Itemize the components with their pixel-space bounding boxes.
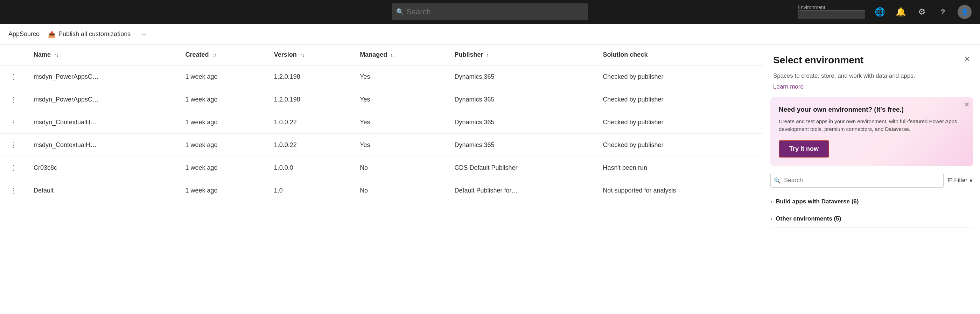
other-chevron-icon: › <box>770 216 772 222</box>
row-menu-cell: ⋮ <box>0 65 27 88</box>
row-publisher: Default Publisher for… <box>448 179 596 202</box>
bell-button[interactable]: 🔔 <box>895 6 907 18</box>
row-menu-icon[interactable]: ⋮ <box>7 185 20 196</box>
row-version: 1.2.0.198 <box>267 65 353 88</box>
top-nav-bar: 🔍 Environment 🌐 🔔 ⚙ ? 👤 <box>0 0 980 24</box>
panel-learn-more: Learn more <box>764 83 980 97</box>
panel-search-input[interactable] <box>770 173 943 188</box>
filter-icon: ⊟ <box>948 177 953 184</box>
nav-search-icon: 🔍 <box>396 8 404 16</box>
panel-subtitle: Spaces to create, store, and work with d… <box>764 72 980 83</box>
table-row: ⋮ msdyn_PowerAppsC… 1 week ago 1.2.0.198… <box>0 65 763 88</box>
publisher-sort-icon: ↑↓ <box>487 52 492 58</box>
row-solution-check: Checked by publisher <box>596 111 763 134</box>
created-sort-icon: ↓↑ <box>212 52 216 58</box>
panel-close-button[interactable]: ✕ <box>964 54 970 64</box>
globe-icon: 🌐 <box>875 7 885 17</box>
row-name: Default <box>27 179 178 202</box>
more-icon: ··· <box>141 30 147 38</box>
panel-search-row: 🔍 ⊟ Filter ∨ <box>764 173 980 193</box>
row-menu-cell: ⋮ <box>0 88 27 111</box>
row-created: 1 week ago <box>178 65 267 88</box>
row-menu-icon[interactable]: ⋮ <box>7 163 20 173</box>
row-publisher: Dynamics 365 <box>448 111 596 134</box>
row-name: msdyn_PowerAppsC… <box>27 65 178 88</box>
row-solution-check: Hasn't been run <box>596 156 763 179</box>
dataverse-group-label: Build apps with Dataverse (6) <box>776 198 859 205</box>
promo-card-close-button[interactable]: ✕ <box>964 101 969 108</box>
close-icon: ✕ <box>964 54 970 63</box>
table-body: ⋮ msdyn_PowerAppsC… 1 week ago 1.2.0.198… <box>0 65 763 202</box>
col-version-header[interactable]: Version ↑↓ <box>267 45 353 65</box>
env-group-other[interactable]: › Other environments (5) <box>770 210 973 228</box>
filter-chevron-icon: ∨ <box>969 177 973 184</box>
table-header: Name ↑↓ Created ↓↑ Version ↑↓ Managed ↑↓ <box>0 45 763 65</box>
row-created: 1 week ago <box>178 156 267 179</box>
row-managed: No <box>353 156 447 179</box>
promo-card: ✕ Need your own environment? (It's free.… <box>770 97 973 166</box>
settings-button[interactable]: ⚙ <box>916 6 928 18</box>
row-solution-check: Not supported for analysis <box>596 179 763 202</box>
nav-search-input[interactable] <box>392 3 588 20</box>
row-menu-cell: ⋮ <box>0 156 27 179</box>
table-row: ⋮ msdyn_ContextualH… 1 week ago 1.0.0.22… <box>0 111 763 134</box>
col-solution-check-header: Solution check <box>596 45 763 65</box>
row-solution-check: Checked by publisher <box>596 88 763 111</box>
env-group-dataverse[interactable]: › Build apps with Dataverse (6) <box>770 193 973 210</box>
row-created: 1 week ago <box>178 179 267 202</box>
panel-filter-button[interactable]: ⊟ Filter ∨ <box>948 177 973 184</box>
try-it-now-button[interactable]: Try it now <box>779 140 829 158</box>
table-row: ⋮ msdyn_ContextualH… 1 week ago 1.0.0.22… <box>0 134 763 156</box>
name-sort-icon: ↑↓ <box>54 52 59 58</box>
managed-sort-icon: ↑↓ <box>390 52 395 58</box>
nav-search-container: 🔍 <box>392 3 588 20</box>
row-menu-cell: ⋮ <box>0 134 27 156</box>
row-menu-cell: ⋮ <box>0 111 27 134</box>
panel-title: Select environment <box>773 54 864 66</box>
solutions-table-area: Name ↑↓ Created ↓↑ Version ↑↓ Managed ↑↓ <box>0 45 763 314</box>
gear-icon: ⚙ <box>918 7 926 17</box>
publish-all-nav-item[interactable]: 📤 Publish all customizations <box>48 29 130 40</box>
help-button[interactable]: ? <box>937 6 949 18</box>
row-menu-icon[interactable]: ⋮ <box>7 94 20 105</box>
globe-button[interactable]: 🌐 <box>873 6 886 18</box>
filter-label: Filter <box>954 177 967 184</box>
promo-card-desc: Create and test apps in your own environ… <box>779 118 965 133</box>
table-row: ⋮ msdyn_PowerAppsC… 1 week ago 1.2.0.198… <box>0 88 763 111</box>
row-publisher: Dynamics 365 <box>448 65 596 88</box>
panel-search-icon: 🔍 <box>774 177 781 183</box>
row-menu-icon[interactable]: ⋮ <box>7 72 20 82</box>
publish-label: Publish all customizations <box>59 30 130 38</box>
col-name-header[interactable]: Name ↑↓ <box>27 45 178 65</box>
row-name: msdyn_ContextualH… <box>27 134 178 156</box>
more-options-button[interactable]: ··· <box>139 29 149 40</box>
row-version: 1.0.0.0 <box>267 156 353 179</box>
row-created: 1 week ago <box>178 88 267 111</box>
sub-nav-bar: AppSource 📤 Publish all customizations ·… <box>0 24 980 45</box>
row-menu-icon[interactable]: ⋮ <box>7 140 20 150</box>
env-label: Environment <box>798 5 825 10</box>
promo-card-title: Need your own environment? (It's free.) <box>779 106 965 113</box>
row-menu-icon[interactable]: ⋮ <box>7 117 20 128</box>
row-managed: Yes <box>353 134 447 156</box>
row-name: msdyn_ContextualH… <box>27 111 178 134</box>
appsource-nav-item[interactable]: AppSource <box>8 29 40 39</box>
environment-groups: › Build apps with Dataverse (6) › Other … <box>764 193 980 228</box>
learn-more-link[interactable]: Learn more <box>773 83 803 90</box>
avatar[interactable]: 👤 <box>958 5 972 19</box>
env-input[interactable] <box>798 10 865 19</box>
col-publisher-header[interactable]: Publisher ↑↓ <box>448 45 596 65</box>
question-icon: ? <box>941 8 945 16</box>
col-created-header[interactable]: Created ↓↑ <box>178 45 267 65</box>
row-managed: Yes <box>353 111 447 134</box>
row-created: 1 week ago <box>178 134 267 156</box>
row-managed: Yes <box>353 88 447 111</box>
dataverse-chevron-icon: › <box>770 198 772 205</box>
row-solution-check: Checked by publisher <box>596 134 763 156</box>
main-layout: Name ↑↓ Created ↓↑ Version ↑↓ Managed ↑↓ <box>0 45 980 314</box>
solutions-table: Name ↑↓ Created ↓↑ Version ↑↓ Managed ↑↓ <box>0 45 763 202</box>
col-managed-header[interactable]: Managed ↑↓ <box>353 45 447 65</box>
row-created: 1 week ago <box>178 111 267 134</box>
panel-header: Select environment ✕ <box>764 45 980 72</box>
row-solution-check: Checked by publisher <box>596 65 763 88</box>
